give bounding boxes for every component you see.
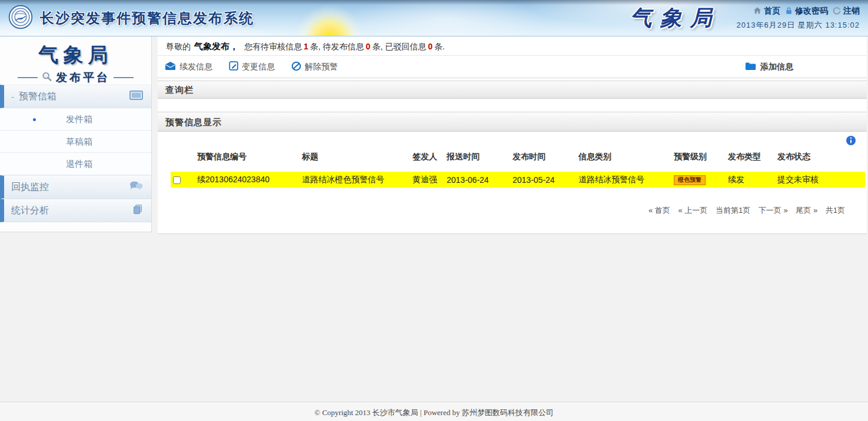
add-info-button[interactable]: 添加信息 bbox=[745, 62, 793, 72]
greeting-seg2: 条, 待发布信息 bbox=[310, 42, 364, 51]
column-header-issuer: 签发人 bbox=[413, 152, 447, 172]
column-header-title: 标题 bbox=[302, 152, 413, 172]
expand-marker: - bbox=[11, 92, 14, 102]
pagination-current: 当前第1页 bbox=[716, 206, 750, 215]
lock-icon bbox=[785, 6, 793, 16]
warning-level-badge: 橙色预警 bbox=[674, 175, 706, 185]
logout-link[interactable]: 注销 bbox=[833, 6, 860, 16]
row-select-checkbox[interactable] bbox=[173, 176, 181, 184]
sidebar-item-statistics[interactable]: 统计分析 bbox=[0, 199, 151, 222]
query-bar-title: 查询栏 bbox=[158, 81, 867, 99]
sidebar-item-outbox[interactable]: 发件箱 bbox=[0, 108, 151, 131]
pagination-last[interactable]: 尾页 » bbox=[796, 206, 817, 215]
column-header-status: 发布状态 bbox=[777, 152, 865, 172]
folder-icon bbox=[745, 62, 756, 72]
chat-icon bbox=[129, 181, 143, 193]
search-icon bbox=[41, 71, 52, 85]
sidebar-item-warning-inbox[interactable]: - 预警信箱 bbox=[0, 85, 151, 108]
table-header-row: 预警信息编号 标题 签发人 报送时间 发布时间 信息类别 预警级别 发布类型 发… bbox=[171, 152, 865, 172]
sidebar-item-receipt-monitor[interactable]: 回执监控 bbox=[0, 175, 151, 199]
checkbox-cell bbox=[171, 172, 197, 188]
header-links-block: 首页 修改密码 注销 2013年6月29日 bbox=[737, 4, 860, 31]
active-dot bbox=[33, 118, 36, 121]
change-password-link[interactable]: 修改密码 bbox=[785, 6, 828, 16]
add-info-label: 添加信息 bbox=[760, 62, 793, 72]
sidebar-logo-title: 气象局 bbox=[0, 42, 151, 69]
header-brand-left: 长沙突发事件预警信息发布系统 bbox=[8, 5, 254, 32]
mail-icon bbox=[129, 91, 143, 102]
cell-publish-type: 续发 bbox=[728, 172, 777, 188]
system-title: 长沙突发事件预警信息发布系统 bbox=[40, 9, 254, 28]
count-pending-publish: 0 bbox=[366, 42, 371, 51]
table-row[interactable]: 续20130624023840 道路结冰橙色预警信号 黄迪强 2013-06-2… bbox=[171, 172, 865, 188]
top-header: 长沙突发事件预警信息发布系统 气象局 首页 修改密码 bbox=[0, 0, 868, 36]
info-icon[interactable] bbox=[846, 135, 856, 148]
toolbar: 续发信息 变更信息 解除预警 添加信息 bbox=[158, 56, 867, 78]
resend-info-label: 续发信息 bbox=[179, 62, 212, 72]
cell-submit-time: 2013-06-24 bbox=[447, 172, 513, 188]
home-link-label: 首页 bbox=[764, 6, 780, 16]
edit-icon bbox=[229, 61, 238, 72]
divider-line bbox=[114, 77, 134, 78]
column-header-publish-type: 发布类型 bbox=[728, 152, 777, 172]
info-row bbox=[171, 135, 865, 149]
pagination-prev[interactable]: « 上一页 bbox=[679, 206, 708, 215]
change-info-label: 变更信息 bbox=[242, 62, 275, 72]
pagination-next[interactable]: 下一页 » bbox=[759, 206, 788, 215]
checkbox-column-header bbox=[171, 152, 197, 172]
cell-level: 橙色预警 bbox=[674, 172, 728, 188]
sidebar-subitem-label: 草稿箱 bbox=[66, 136, 92, 146]
greeting-username: 气象发布， bbox=[194, 41, 238, 51]
sidebar-item-label: 回执监控 bbox=[11, 181, 49, 193]
change-password-label: 修改密码 bbox=[795, 6, 828, 16]
sidebar: 气象局 发布平台 - 预警信箱 发件箱 草稿箱 bbox=[0, 36, 152, 232]
resend-info-button[interactable]: 续发信息 bbox=[165, 62, 212, 72]
greeting-bar: 尊敬的气象发布，您有待审核信息1条, 待发布信息0条, 已驳回信息0条. bbox=[158, 36, 867, 56]
greeting-seg1: 您有待审核信息 bbox=[244, 42, 302, 51]
sidebar-logo-subtitle: 发布平台 bbox=[56, 70, 110, 85]
cancel-warning-label: 解除预警 bbox=[305, 62, 338, 72]
cell-issuer: 黄迪强 bbox=[413, 172, 447, 188]
greeting-seg4: 条. bbox=[434, 42, 445, 51]
count-pending-review: 1 bbox=[304, 42, 308, 51]
column-header-level: 预警级别 bbox=[674, 152, 728, 172]
pages-icon bbox=[132, 204, 143, 217]
greeting-prefix: 尊敬的 bbox=[166, 42, 191, 51]
column-header-id: 预警信息编号 bbox=[197, 152, 302, 172]
envelope-icon bbox=[165, 62, 176, 72]
count-rejected: 0 bbox=[428, 42, 433, 51]
warning-table: 预警信息编号 标题 签发人 报送时间 发布时间 信息类别 预警级别 发布类型 发… bbox=[171, 152, 865, 188]
sidebar-item-label: 统计分析 bbox=[11, 205, 49, 217]
pagination: « 首页 « 上一页 当前第1页 下一页 » 尾页 » 共1页 bbox=[171, 205, 865, 216]
change-info-button[interactable]: 变更信息 bbox=[229, 61, 275, 72]
cancel-warning-button[interactable]: 解除预警 bbox=[291, 61, 338, 73]
cell-title: 道路结冰橙色预警信号 bbox=[302, 172, 413, 188]
header-links: 首页 修改密码 注销 bbox=[753, 6, 860, 16]
prohibit-icon bbox=[291, 61, 301, 73]
column-header-submit-time: 报送时间 bbox=[447, 152, 513, 172]
sidebar-item-label: 预警信箱 bbox=[19, 91, 56, 103]
sidebar-subitem-label: 发件箱 bbox=[66, 114, 92, 124]
bureau-emblem-icon bbox=[8, 5, 33, 32]
sidebar-item-returned[interactable]: 退件箱 bbox=[0, 153, 151, 175]
cell-category: 道路结冰预警信号 bbox=[578, 172, 674, 188]
header-right: 气象局 首页 修改密码 bbox=[630, 4, 860, 33]
footer: © Copyright 2013 长沙市气象局 | Powered by 苏州梦… bbox=[0, 402, 868, 421]
pagination-first[interactable]: « 首页 bbox=[648, 206, 670, 215]
brand-name: 气象局 bbox=[630, 4, 720, 33]
home-link[interactable]: 首页 bbox=[753, 6, 780, 16]
main-content: 尊敬的气象发布，您有待审核信息1条, 待发布信息0条, 已驳回信息0条. 续发信… bbox=[158, 36, 867, 234]
logout-label: 注销 bbox=[843, 6, 860, 16]
home-icon bbox=[753, 6, 761, 16]
sidebar-item-drafts[interactable]: 草稿箱 bbox=[0, 131, 151, 153]
header-datetime: 2013年6月29日 星期六 13:15:02 bbox=[737, 20, 860, 31]
cell-warning-id: 续20130624023840 bbox=[197, 172, 302, 188]
page: 长沙突发事件预警信息发布系统 气象局 首页 修改密码 bbox=[0, 0, 868, 421]
sidebar-logo: 气象局 发布平台 bbox=[0, 36, 151, 85]
column-header-publish-time: 发布时间 bbox=[513, 152, 578, 172]
cell-publish-time: 2013-05-24 bbox=[513, 172, 578, 188]
divider-line bbox=[18, 77, 38, 78]
refresh-icon bbox=[833, 6, 841, 16]
sidebar-subitem-label: 退件箱 bbox=[66, 159, 92, 169]
copyright-text: © Copyright 2013 长沙市气象局 | Powered by 苏州梦… bbox=[314, 408, 553, 417]
